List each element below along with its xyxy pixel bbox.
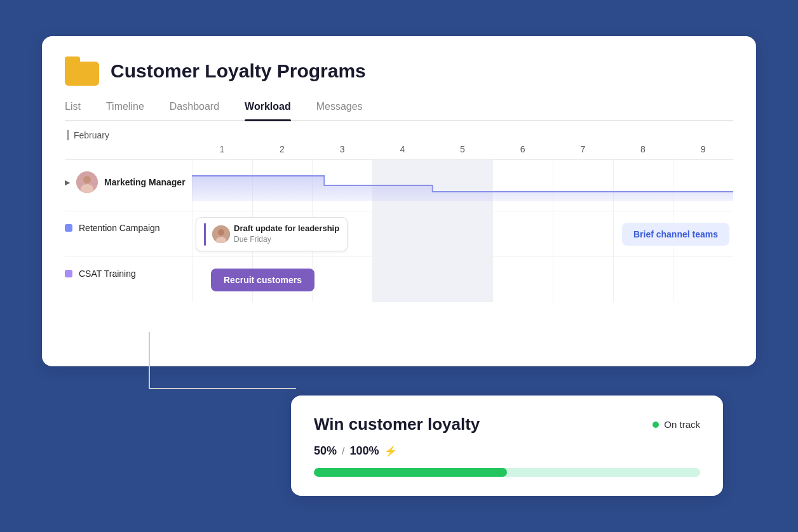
row-retention-campaign: Retention Campaign [65, 211, 733, 256]
progress-current: 50% [314, 444, 337, 458]
task-brief-channel[interactable]: Brief channel teams [622, 223, 729, 246]
tab-messages[interactable]: Messages [316, 101, 363, 120]
retention-campaign-color [65, 224, 72, 232]
task-recruit-customers[interactable]: Recruit customers [211, 269, 314, 291]
day-2: 2 [252, 144, 313, 154]
csat-training-label: CSAT Training [79, 269, 136, 279]
day-5: 5 [433, 144, 493, 154]
tab-timeline[interactable]: Timeline [106, 101, 144, 120]
csat-tasks: Recruit customers [211, 269, 314, 291]
day-9: 9 [673, 144, 733, 154]
folder-icon [65, 57, 99, 86]
tab-list[interactable]: List [65, 101, 81, 120]
card-header: Customer Loyalty Programs [65, 57, 733, 86]
retention-tasks: Draft update for leadership Due Friday B… [192, 217, 733, 251]
status-label: On track [664, 419, 700, 430]
status-dot-green [653, 422, 659, 428]
tab-dashboard[interactable]: Dashboard [170, 101, 219, 120]
tab-bar: List Timeline Dashboard Workload Message… [65, 101, 733, 121]
day-1: 1 [192, 144, 252, 154]
workload-rows: ▶ Marketing Manager [65, 160, 733, 302]
row-csat-training: CSAT Training Recruit customers [65, 256, 733, 302]
connector-horizontal [149, 388, 296, 389]
status-badge: On track [653, 419, 700, 430]
csat-training-color [65, 270, 72, 277]
month-label: February [65, 121, 733, 144]
progress-bar-container [314, 468, 700, 477]
day-3: 3 [312, 144, 372, 154]
row-marketing-manager: ▶ Marketing Manager [65, 160, 733, 211]
connector-vertical [149, 332, 150, 389]
progress-bar-fill [314, 468, 507, 477]
avatar-marketing-manager [76, 171, 98, 193]
task-draft-text: Draft update for leadership Due Friday [234, 223, 339, 244]
svg-point-4 [218, 229, 224, 236]
progress-total: 100% [349, 444, 379, 458]
task-draft-update[interactable]: Draft update for leadership Due Friday [196, 217, 348, 251]
goal-card-header: Win customer loyalty On track [314, 415, 700, 434]
calendar-header: 1 2 3 4 5 6 7 8 9 [65, 144, 733, 160]
task-avatar [212, 225, 230, 243]
workload-card: Customer Loyalty Programs List Timeline … [42, 36, 756, 366]
marketing-manager-label: Marketing Manager [104, 177, 186, 187]
row-expand-icon[interactable]: ▶ [65, 178, 70, 187]
retention-campaign-label: Retention Campaign [79, 223, 160, 233]
calendar-section: February 1 2 3 4 5 6 7 8 9 [65, 121, 733, 302]
day-6: 6 [492, 144, 553, 154]
workload-chart [192, 166, 733, 204]
tab-workload[interactable]: Workload [245, 101, 291, 120]
day-8: 8 [613, 144, 673, 154]
goal-card: Win customer loyalty On track 50% / 100%… [291, 396, 723, 496]
progress-row: 50% / 100% ⚡ [314, 444, 700, 458]
day-4: 4 [372, 144, 433, 154]
goal-title: Win customer loyalty [314, 415, 480, 434]
svg-point-1 [83, 176, 91, 183]
lightning-icon: ⚡ [384, 445, 397, 457]
project-title: Customer Loyalty Programs [111, 60, 366, 82]
day-7: 7 [553, 144, 613, 154]
